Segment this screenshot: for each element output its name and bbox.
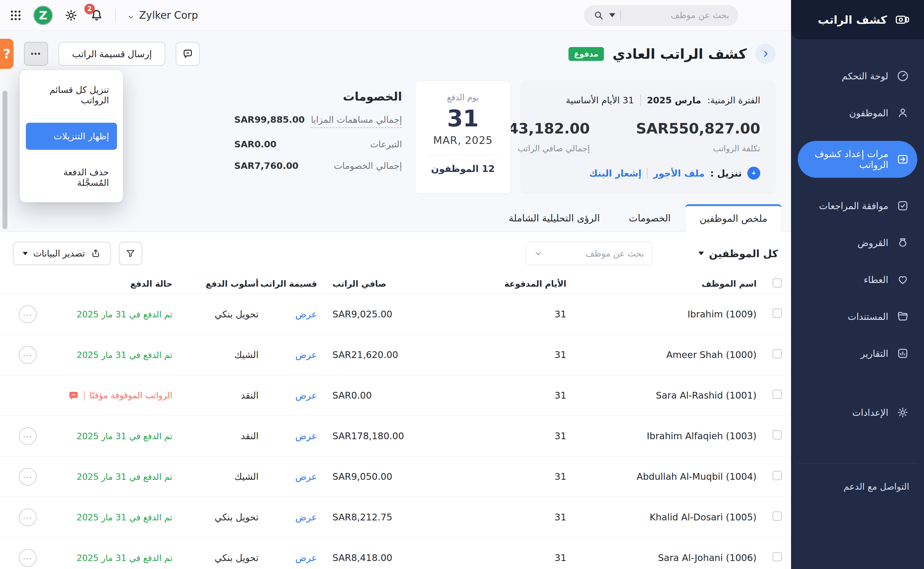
payslip-view-link[interactable]: عرض bbox=[295, 349, 317, 360]
topbar-left-group: Z 2 bbox=[9, 6, 198, 25]
approvals-icon bbox=[896, 199, 909, 212]
loans-icon bbox=[896, 236, 909, 249]
sidebar-item-label: مرات إعداد كشوف الرواتب bbox=[806, 149, 888, 170]
payslip-view-link[interactable]: عرض bbox=[295, 512, 317, 523]
paid-days: 31 bbox=[443, 552, 566, 563]
sidebar-item-settings[interactable]: الإعدادات bbox=[798, 400, 917, 425]
back-button[interactable] bbox=[755, 44, 776, 64]
more-actions-button[interactable]: ••• bbox=[24, 42, 48, 66]
payslip-view-link[interactable]: عرض bbox=[295, 309, 317, 319]
sidebar-item-employees[interactable]: الموظفون bbox=[798, 100, 917, 125]
company-name: Zylker Corp bbox=[139, 9, 198, 21]
comments-button[interactable] bbox=[176, 42, 200, 66]
table-row: Khalid Al-Dosari (1005)31SAR8,212.75عرضت… bbox=[0, 497, 791, 538]
row-checkbox[interactable] bbox=[773, 390, 782, 399]
export-data-button[interactable]: تصدير البيانات bbox=[13, 242, 111, 265]
row-actions-button[interactable]: ... bbox=[19, 508, 37, 526]
employee-name: Ibrahim (1009) bbox=[566, 309, 760, 319]
row-actions-button[interactable]: ... bbox=[19, 427, 37, 445]
employee-name: Ameer Shah (1000) bbox=[566, 349, 760, 360]
chevron-down-icon[interactable] bbox=[534, 249, 543, 258]
row-actions-button[interactable]: ... bbox=[19, 468, 37, 486]
payment-method: النقد bbox=[181, 390, 259, 401]
payment-method: تحويل بنكي bbox=[181, 512, 259, 523]
summary-amounts: SAR550,827.00 تكلفة الرواتب SAR443,182.0… bbox=[535, 120, 760, 153]
search-divider bbox=[620, 10, 621, 21]
help-tab[interactable]: ? bbox=[0, 39, 14, 69]
paid-days: 31 bbox=[443, 431, 566, 441]
contact-support-link[interactable]: التواصل مع الدعم bbox=[791, 464, 924, 492]
menu-item-show-downloads[interactable]: إظهار التنزيلات bbox=[26, 123, 117, 150]
employee-search-input[interactable] bbox=[547, 248, 644, 259]
org-switcher[interactable]: Zylker Corp bbox=[127, 9, 198, 21]
bank-advice-link[interactable]: إشعار البنك bbox=[589, 168, 642, 179]
employee-name: Sara Al-Johani (1006) bbox=[566, 552, 760, 563]
payslip-view-link[interactable]: عرض bbox=[295, 471, 317, 482]
payslip-view-link[interactable]: عرض bbox=[295, 431, 317, 441]
global-search[interactable] bbox=[584, 5, 738, 26]
sidebar-item-label: العطاء bbox=[864, 274, 888, 285]
sidebar-item-pay-runs[interactable]: مرات إعداد كشوف الرواتب bbox=[798, 141, 917, 178]
base-days: 31 الأيام الأساسية bbox=[566, 95, 634, 105]
sidebar-item-approvals[interactable]: موافقة المراجعات bbox=[798, 193, 917, 218]
payment-status-paid: تم الدفع في 31 مار 2025 bbox=[77, 553, 172, 563]
row-checkbox[interactable] bbox=[773, 349, 782, 358]
topbar-divider bbox=[115, 9, 116, 22]
search-scope-caret-icon[interactable] bbox=[609, 13, 615, 17]
sidebar-item-giving[interactable]: العطاء bbox=[798, 267, 917, 292]
sidebar-item-dashboard[interactable]: لوحة التحكم bbox=[798, 63, 917, 88]
row-checkbox[interactable] bbox=[773, 430, 782, 440]
payslip-view-link[interactable]: عرض bbox=[295, 552, 317, 563]
deduction-label: التبرعات bbox=[370, 139, 402, 149]
tab-employees-summary[interactable]: ملخص الموظفين bbox=[685, 204, 782, 232]
withheld-status-text: الرواتب الموقوفة مؤقتًا bbox=[90, 390, 172, 400]
wage-file-link[interactable]: ملف الأجور bbox=[653, 168, 704, 179]
tab-deductions[interactable]: الخصومات bbox=[614, 204, 685, 231]
search-icon[interactable] bbox=[593, 10, 604, 21]
payment-status-paid: تم الدفع في 31 مار 2025 bbox=[77, 513, 172, 523]
row-actions-button[interactable]: ... bbox=[19, 306, 37, 323]
sidebar-item-loans[interactable]: القروض bbox=[798, 230, 917, 255]
column-header-employee-name: اسم الموظف bbox=[566, 279, 760, 289]
sidebar-item-reports[interactable]: التقارير bbox=[798, 341, 917, 366]
sidebar-title: كشف الراتب bbox=[818, 14, 887, 26]
sidebar-item-documents[interactable]: المستندات bbox=[798, 304, 917, 329]
employee-name: Sara Al-Rashid (1001) bbox=[566, 390, 760, 401]
row-checkbox[interactable] bbox=[773, 471, 782, 480]
gear-icon[interactable] bbox=[64, 8, 78, 23]
paid-days: 31 bbox=[443, 390, 566, 401]
payday-day: 31 bbox=[421, 105, 505, 132]
menu-item-download-all-payslips[interactable]: تنزيل كل قسائم الرواتب bbox=[26, 76, 117, 114]
row-actions-button[interactable]: ... bbox=[19, 549, 37, 567]
zoho-logo[interactable]: Z bbox=[33, 6, 53, 25]
table-row: Abdullah Al-Muqbil (1004)31SAR9,050.00عر… bbox=[0, 456, 791, 497]
select-all-checkbox[interactable] bbox=[760, 278, 782, 289]
send-payslip-button[interactable]: إرسال قسيمة الراتب bbox=[58, 42, 165, 66]
tab-overall-insights[interactable]: الرؤى التحليلية الشاملة bbox=[494, 204, 614, 231]
sidebar-nav: لوحة التحكمالموظفونمرات إعداد كشوف الروا… bbox=[791, 40, 924, 437]
global-search-input[interactable] bbox=[626, 10, 729, 20]
deduction-label[interactable]: إجمالي مساهمات المزايا bbox=[311, 114, 402, 128]
employee-filter-dropdown[interactable]: كل الموظفين bbox=[698, 248, 778, 260]
notifications-bell-icon[interactable]: 2 bbox=[89, 8, 104, 23]
row-checkbox[interactable] bbox=[773, 511, 782, 521]
vertical-scrollbar[interactable] bbox=[3, 91, 8, 229]
row-actions-button[interactable]: ... bbox=[19, 346, 37, 364]
menu-item-delete-recorded-payment[interactable]: حذف الدفعة المُسجَّلة bbox=[26, 159, 117, 196]
deductions-rows: إجمالي مساهمات المزاياSAR99,885.00التبرع… bbox=[234, 114, 402, 171]
payment-method: الشيك bbox=[181, 471, 259, 482]
period-line: الفترة الزمنية: مارس 2025 31 الأيام الأس… bbox=[535, 95, 760, 106]
column-header-payslip: قسيمة الراتب bbox=[259, 279, 323, 289]
net-pay: SAR178,180.00 bbox=[323, 431, 443, 441]
app-grid-icon[interactable] bbox=[9, 9, 22, 22]
payslip-view-link[interactable]: عرض bbox=[295, 390, 317, 401]
row-checkbox[interactable] bbox=[773, 309, 782, 318]
download-icon[interactable] bbox=[747, 167, 760, 180]
column-header-payment-status: حالة الدفع bbox=[46, 279, 181, 289]
net-pay: SAR0.00 bbox=[323, 390, 443, 401]
status-comment-icon[interactable] bbox=[68, 390, 79, 401]
filter-button[interactable] bbox=[119, 242, 142, 265]
employee-search[interactable] bbox=[525, 242, 652, 265]
sidebar-item-label: التقارير bbox=[861, 348, 888, 359]
row-checkbox[interactable] bbox=[773, 552, 782, 561]
